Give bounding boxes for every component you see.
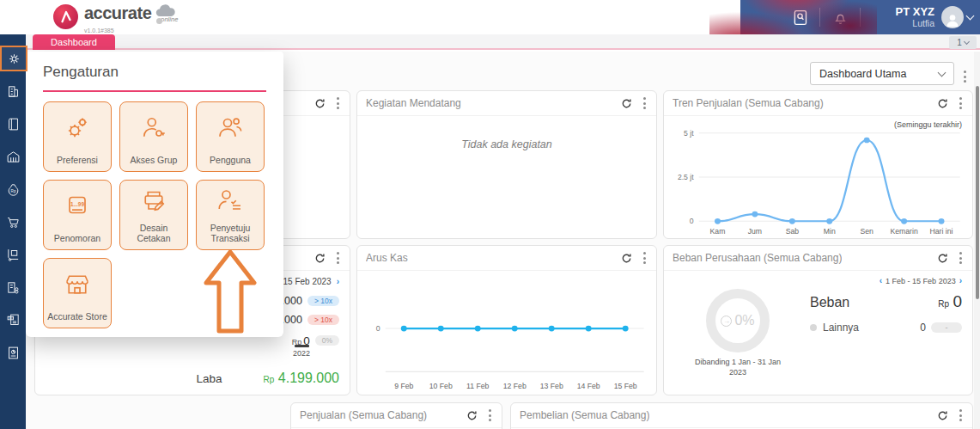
svg-text:11 Feb: 11 Feb	[466, 382, 490, 390]
section-total: Rp 0	[938, 292, 962, 311]
header-right-zone: PT XYZ Lutfia	[740, 0, 980, 34]
chevron-down-icon[interactable]	[966, 12, 975, 21]
trend-arrow-icon: →	[721, 316, 732, 327]
dashboard-kebab-menu-icon[interactable]	[962, 69, 968, 84]
status-dot	[156, 18, 162, 24]
svg-text:Kemarin: Kemarin	[890, 227, 918, 236]
tile-preferensi[interactable]: Preferensi	[43, 101, 112, 172]
svg-text:Jum: Jum	[748, 227, 762, 236]
compare-year-fragment: 2022	[293, 345, 310, 358]
laba-total-row: Laba Rp 4.199.000	[35, 371, 339, 386]
svg-text:Min: Min	[824, 227, 836, 236]
sidebar-item-purchase-trolley[interactable]	[0, 242, 26, 267]
widget-beban-perusahaan: Beban Perusahaan (Semua Cabang) ‹ 1 Feb …	[663, 245, 973, 395]
accurate-logo-icon	[53, 4, 78, 29]
page-number: 1	[957, 38, 962, 47]
annotation-arrow-up-icon	[201, 248, 259, 339]
svg-text:Sab: Sab	[786, 227, 800, 236]
sidebar-item-settings[interactable]	[0, 46, 27, 71]
scrollbar-thumb[interactable]	[976, 86, 979, 299]
refresh-icon[interactable]	[314, 253, 326, 264]
refresh-icon[interactable]	[937, 98, 948, 109]
prev-period-icon[interactable]: ‹	[880, 276, 882, 285]
widget-tren-penjualan: Tren Penjualan (Semua Cabang) (Seminggu …	[663, 90, 973, 239]
printer-pencil-icon	[138, 181, 169, 223]
kebab-menu-icon[interactable]	[335, 95, 341, 111]
svg-text:2.5 jt: 2.5 jt	[678, 173, 694, 181]
donut-chart: → 0%	[706, 289, 770, 352]
account-info[interactable]: PT XYZ Lutfia	[895, 6, 934, 29]
svg-text:14 Feb: 14 Feb	[577, 382, 600, 390]
sidebar-item-tax[interactable]: TAX	[0, 307, 26, 333]
refresh-icon[interactable]	[621, 253, 632, 264]
refresh-icon[interactable]	[314, 98, 326, 109]
growth-badge: 0%	[315, 335, 339, 346]
tile-penomoran[interactable]: 1...99 Penomoran	[43, 180, 112, 250]
tab-strip: Dashboard 1	[0, 34, 980, 50]
header-divider	[860, 8, 861, 27]
chevron-down-icon	[938, 68, 947, 77]
next-period-icon[interactable]: ›	[959, 276, 962, 285]
people-icon	[215, 102, 246, 155]
dashboard-select-value: Dashboard Utama	[819, 68, 906, 80]
numbering-icon: 1...99	[62, 181, 93, 233]
tile-akses-grup[interactable]: Akses Grup	[119, 101, 188, 172]
chart-subtitle: (Seminggu terakhir)	[894, 120, 962, 129]
widget-arus-kas: Arus Kas 09 Feb10 Feb11 Feb12 Feb13 Feb1…	[356, 245, 657, 395]
kebab-menu-icon[interactable]	[642, 95, 648, 111]
tile-accurate-store[interactable]: Accurate Store	[43, 258, 112, 328]
kebab-menu-icon[interactable]	[958, 250, 964, 266]
dashboard-select[interactable]: Dashboard Utama	[810, 62, 954, 85]
tile-penyetuju-transaksi[interactable]: Penyetuju Transaksi	[196, 180, 265, 250]
widget-title: Tren Penjualan (Semua Cabang)	[673, 97, 824, 109]
period-label: 1 Feb - 15 Feb 2023	[886, 277, 956, 285]
sidebar-item-asset-building[interactable]	[0, 274, 26, 300]
sidebar-item-data-book[interactable]	[0, 111, 26, 137]
widget-penjualan: Penjualan (Semua Cabang)	[290, 402, 502, 429]
tax-label: TAX	[8, 316, 12, 320]
refresh-icon[interactable]	[621, 98, 632, 109]
legend-dot-icon	[810, 324, 817, 331]
next-period-icon[interactable]: ›	[337, 277, 339, 286]
page-scrollbar[interactable]	[974, 52, 980, 429]
growth-badge: > 10x	[307, 315, 339, 325]
person-key-icon	[138, 102, 169, 155]
kebab-menu-icon[interactable]	[958, 95, 964, 111]
numbering-text: 1...99	[70, 202, 84, 208]
page-switcher[interactable]: 1	[949, 36, 977, 49]
sidebar-item-company[interactable]	[0, 78, 26, 104]
panel-divider	[43, 90, 266, 92]
compare-caption: Dibanding 1 Jan - 31 Jan 2023	[678, 358, 798, 377]
widget-pembelian: Pembelian (Semua Cabang)	[510, 402, 973, 429]
occluded-text-smudge	[295, 345, 309, 347]
contact-book-search-icon[interactable]	[780, 9, 819, 27]
sidebar-item-reports[interactable]	[0, 340, 26, 365]
gears-icon	[62, 102, 93, 155]
svg-text:Hari ini: Hari ini	[930, 227, 953, 236]
refresh-icon[interactable]	[937, 410, 948, 421]
widget-title: Pembelian (Semua Cabang)	[520, 409, 649, 421]
sidebar-item-sales-cart[interactable]	[0, 209, 26, 235]
refresh-icon[interactable]	[937, 253, 948, 264]
kebab-menu-icon[interactable]	[958, 408, 964, 423]
bell-icon[interactable]	[820, 9, 860, 26]
sidebar-item-cash-bank[interactable]: Rp	[0, 176, 26, 202]
tile-desain-cetakan[interactable]: Desain Cetakan	[119, 180, 188, 250]
kebab-menu-icon[interactable]	[487, 408, 493, 423]
svg-text:10 Feb: 10 Feb	[429, 382, 453, 390]
kebab-menu-icon[interactable]	[642, 250, 648, 266]
app-version: v1.0.1#385	[84, 28, 179, 34]
sidebar-item-warehouse[interactable]	[0, 144, 26, 169]
avatar[interactable]	[941, 6, 964, 28]
kebab-menu-icon[interactable]	[335, 250, 341, 266]
tab-dashboard[interactable]: Dashboard	[33, 34, 115, 50]
legend-item[interactable]: Lainnya 0 -	[810, 322, 962, 334]
widget-title: Penjualan (Semua Cabang)	[300, 409, 427, 421]
tren-penjualan-line-chart: 02.5 jt5 jtKamJumSabMinSenKemarinHari in…	[664, 121, 972, 238]
tile-pengguna[interactable]: Pengguna	[196, 101, 265, 172]
total-value: Rp 4.199.000	[264, 371, 339, 386]
svg-text:15 Feb: 15 Feb	[614, 382, 637, 390]
store-icon	[62, 259, 93, 311]
pengaturan-panel: Pengaturan Preferensi Akses Grup	[26, 52, 283, 337]
refresh-icon[interactable]	[466, 410, 478, 421]
